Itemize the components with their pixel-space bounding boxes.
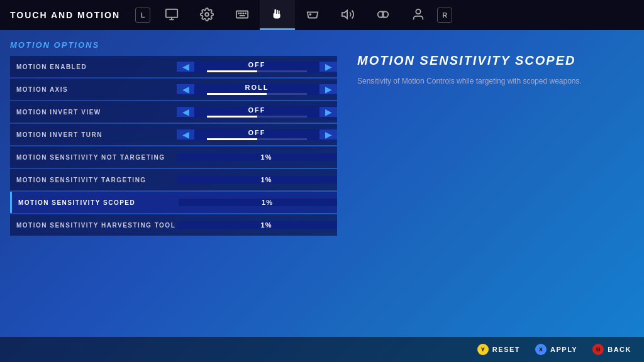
toggle-left-arrow-motion-invert-turn[interactable]: ◀: [177, 129, 194, 140]
toggle-value-wrap-motion-invert-view: OFF: [194, 106, 319, 118]
nav-tab-gamepad[interactable]: [295, 0, 330, 30]
toggle-motion-invert-turn: ◀ OFF ▶: [177, 129, 337, 140]
back-label: BACK: [608, 346, 631, 353]
setting-name-harvesting: MOTION SENSITIVITY HARVESTING TOOL: [10, 222, 177, 229]
toggle-bar-motion-axis: [207, 93, 307, 95]
apply-button-label: X: [539, 346, 543, 353]
toggle-value-wrap-motion-invert-turn: OFF: [194, 129, 319, 140]
setting-name-not-targeting: MOTION SENSITIVITY NOT TARGETING: [10, 154, 177, 161]
toggle-left-arrow-motion-axis[interactable]: ◀: [177, 84, 194, 94]
toggle-right-arrow-motion-invert-view[interactable]: ▶: [319, 107, 337, 117]
detail-title: MOTION SENSITIVITY SCOPED: [357, 53, 624, 68]
keyboard-icon: [235, 8, 249, 21]
settings-list: MOTION ENABLED ◀ OFF ▶: [10, 56, 337, 236]
toggle-left-arrow-motion-invert-view[interactable]: ◀: [177, 107, 194, 117]
toggle-bar-fill-motion-invert-view: [207, 116, 257, 118]
toggle-right-arrow-motion-enabled[interactable]: ▶: [319, 62, 337, 72]
r-badge-label: R: [442, 11, 447, 19]
setting-row-not-targeting[interactable]: MOTION SENSITIVITY NOT TARGETING 1%: [10, 146, 337, 168]
setting-name-motion-invert-turn: MOTION INVERT TURN: [10, 131, 177, 138]
right-panel: MOTION SENSITIVITY SCOPED Sensitivity of…: [337, 40, 644, 337]
audio-icon: [341, 8, 355, 21]
l-badge-label: L: [141, 11, 145, 19]
main-content: MOTION OPTIONS MOTION ENABLED ◀ OFF ▶: [0, 30, 644, 337]
back-button-icon: B: [592, 344, 604, 355]
top-bar: TOUCH AND MOTION L: [0, 0, 644, 30]
slider-harvesting: 1%: [177, 221, 337, 229]
toggle-left-arrow-motion-enabled[interactable]: ◀: [177, 62, 194, 72]
reset-action[interactable]: Y RESET: [477, 344, 520, 355]
nav-tab-controller[interactable]: [365, 0, 401, 30]
toggle-motion-enabled: ◀ OFF ▶: [177, 61, 337, 72]
toggle-bar-fill-motion-axis: [207, 93, 267, 95]
toggle-value-wrap-motion-axis: ROLL: [194, 84, 319, 95]
nav-tab-display[interactable]: [225, 0, 260, 30]
nav-tab-monitor[interactable]: [154, 0, 189, 30]
svg-marker-10: [342, 10, 347, 18]
svg-point-3: [205, 13, 209, 16]
svg-rect-0: [166, 9, 177, 17]
detail-description: Sensitivity of Motion Controls while tar…: [357, 75, 596, 87]
toggle-bar-motion-invert-view: [207, 116, 307, 118]
gear-icon: [200, 8, 214, 21]
setting-name-motion-enabled: MOTION ENABLED: [10, 63, 177, 70]
setting-control-scoped: 1%: [179, 199, 337, 206]
svg-point-15: [416, 9, 420, 13]
setting-control-motion-axis: ◀ ROLL ▶: [177, 84, 337, 95]
slider-value-targeting: 1%: [196, 176, 337, 184]
setting-name-targeting: MOTION SENSITIVITY TARGETING: [10, 177, 177, 184]
setting-row-harvesting[interactable]: MOTION SENSITIVITY HARVESTING TOOL 1%: [10, 214, 337, 236]
svg-rect-4: [236, 11, 248, 18]
toggle-bar-fill-motion-invert-turn: [207, 138, 257, 140]
monitor-icon: [165, 8, 179, 21]
section-title: MOTION OPTIONS: [10, 40, 337, 50]
toggle-right-arrow-motion-axis[interactable]: ▶: [319, 84, 337, 94]
setting-row-targeting[interactable]: MOTION SENSITIVITY TARGETING 1%: [10, 169, 337, 190]
setting-row-motion-axis[interactable]: MOTION AXIS ◀ ROLL ▶: [10, 79, 337, 100]
setting-row-motion-invert-turn[interactable]: MOTION INVERT TURN ◀ OFF ▶: [10, 124, 337, 145]
nav-tab-r[interactable]: R: [437, 8, 452, 23]
toggle-value-motion-invert-view: OFF: [248, 106, 266, 114]
reset-label: RESET: [492, 346, 520, 353]
setting-row-motion-enabled[interactable]: MOTION ENABLED ◀ OFF ▶: [10, 56, 337, 77]
slider-targeting: 1%: [177, 176, 337, 184]
toggle-bar-fill-motion-enabled: [207, 70, 257, 72]
toggle-bar-motion-invert-turn: [207, 138, 307, 140]
setting-row-motion-invert-view[interactable]: MOTION INVERT VIEW ◀ OFF ▶: [10, 101, 337, 123]
gamepad-icon: [306, 8, 319, 21]
nav-tab-touch[interactable]: [260, 0, 295, 30]
slider-value-scoped: 1%: [197, 199, 337, 206]
toggle-value-motion-enabled: OFF: [248, 61, 266, 69]
back-action[interactable]: B BACK: [592, 344, 631, 355]
nav-tab-user[interactable]: [401, 0, 436, 30]
user-icon: [411, 8, 425, 21]
bottom-bar: Y RESET X APPLY B BACK: [0, 337, 644, 362]
apply-action[interactable]: X APPLY: [535, 344, 577, 355]
setting-control-not-targeting: 1%: [177, 153, 337, 161]
setting-row-scoped[interactable]: MOTION SENSITIVITY SCOPED 1%: [10, 192, 337, 213]
setting-control-targeting: 1%: [177, 176, 337, 184]
reset-button-label: Y: [481, 346, 485, 353]
setting-name-motion-axis: MOTION AXIS: [10, 86, 177, 93]
apply-button-icon: X: [535, 344, 547, 355]
setting-control-motion-invert-turn: ◀ OFF ▶: [177, 129, 337, 140]
nav-tab-l[interactable]: L: [135, 8, 150, 23]
slider-not-targeting: 1%: [177, 153, 337, 161]
toggle-bar-motion-enabled: [207, 70, 307, 72]
slider-scoped: 1%: [179, 199, 337, 206]
toggle-motion-axis: ◀ ROLL ▶: [177, 84, 337, 95]
nav-tab-audio[interactable]: [330, 0, 365, 30]
reset-button-icon: Y: [477, 344, 489, 355]
toggle-right-arrow-motion-invert-turn[interactable]: ▶: [319, 129, 337, 140]
apply-label: APPLY: [550, 346, 577, 353]
setting-control-harvesting: 1%: [177, 221, 337, 229]
nav-tabs: L: [135, 0, 634, 30]
back-button-label: B: [596, 346, 601, 353]
setting-name-motion-invert-view: MOTION INVERT VIEW: [10, 109, 177, 116]
toggle-value-motion-invert-turn: OFF: [248, 129, 266, 136]
slider-value-harvesting: 1%: [196, 221, 337, 229]
nav-tab-gear[interactable]: [189, 0, 225, 30]
slider-value-not-targeting: 1%: [196, 153, 337, 161]
toggle-motion-invert-view: ◀ OFF ▶: [177, 106, 337, 118]
setting-control-motion-invert-view: ◀ OFF ▶: [177, 106, 337, 118]
